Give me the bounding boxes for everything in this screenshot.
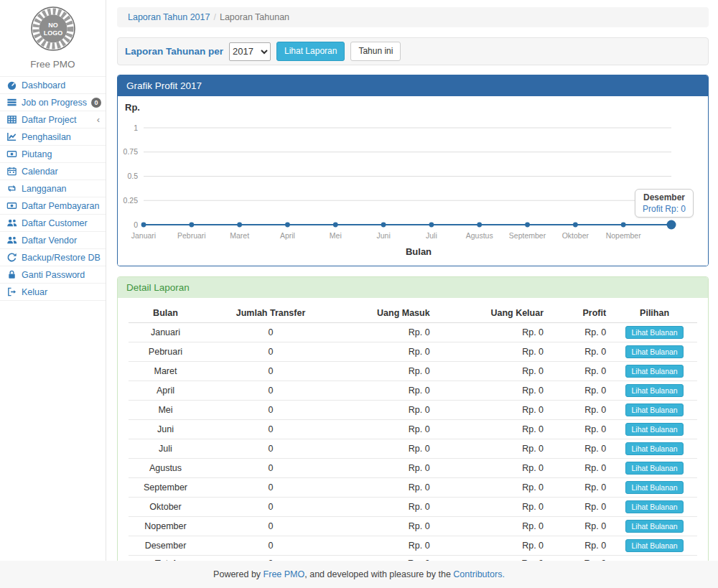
table-cell: 0: [202, 536, 339, 556]
sidebar-item-daftar-project[interactable]: Daftar Project‹: [0, 111, 106, 128]
sidebar-item-dashboard[interactable]: Dashboard: [0, 76, 106, 93]
table-cell: Desember: [129, 536, 202, 556]
contributors-link[interactable]: Contributors.: [453, 569, 505, 579]
lihat-bulanan-button[interactable]: Lihat Bulanan: [625, 326, 683, 339]
data-point-januari[interactable]: [141, 223, 146, 228]
sidebar-item-label: Penghasilan: [22, 132, 71, 142]
sidebar-item-daftar-pembayaran[interactable]: Daftar Pembayaran: [0, 197, 106, 214]
sidebar-item-label: Langganan: [22, 184, 67, 194]
sidebar-item-daftar-vendor[interactable]: Daftar Vendor: [0, 231, 106, 248]
lihat-bulanan-button[interactable]: Lihat Bulanan: [625, 442, 683, 455]
table-row: Agustus0Rp. 0Rp. 0Rp. 0Lihat Bulanan: [129, 459, 697, 478]
table-cell: Agustus: [129, 459, 202, 478]
lihat-bulanan-button[interactable]: Lihat Bulanan: [625, 481, 683, 494]
lihat-bulanan-button[interactable]: Lihat Bulanan: [625, 365, 683, 378]
table-cell: Nopember: [129, 517, 202, 536]
data-point-mei[interactable]: [333, 223, 338, 228]
table-cell: Mei: [129, 401, 202, 420]
data-point-juni[interactable]: [381, 223, 386, 228]
year-select[interactable]: 2017: [229, 42, 271, 61]
table-cell: Rp. 0: [339, 517, 436, 536]
table-cell: 0: [202, 381, 339, 401]
free-pmo-link[interactable]: Free PMO: [264, 569, 305, 579]
x-tick-label: April: [280, 231, 295, 240]
table-cell: Juni: [129, 420, 202, 439]
calendar-icon: [6, 166, 17, 177]
sidebar-item-keluar[interactable]: Keluar: [0, 283, 106, 301]
data-point-agustus[interactable]: [477, 223, 482, 228]
content-wrapper: NO LOGO Free PMO DashboardJob on Progres…: [0, 0, 718, 561]
sidebar-item-langganan[interactable]: Langganan: [0, 179, 106, 197]
data-point-april[interactable]: [285, 223, 290, 228]
lihat-bulanan-button[interactable]: Lihat Bulanan: [625, 384, 683, 397]
footer-text-middle: , and developed with pleasure by the: [304, 569, 453, 579]
lihat-bulanan-button[interactable]: Lihat Bulanan: [625, 403, 683, 416]
logo: NO LOGO Free PMO: [0, 0, 106, 76]
x-axis-label: Bulan: [406, 246, 432, 257]
table-cell: Rp. 0: [549, 498, 612, 517]
table-cell: Januari: [129, 323, 202, 342]
money-icon: [6, 200, 17, 211]
sidebar-item-label: Daftar Vendor: [22, 235, 77, 246]
table-row: Desember0Rp. 0Rp. 0Rp. 0Lihat Bulanan: [129, 536, 697, 556]
table-cell: Rp. 0: [339, 401, 436, 420]
sign-out-icon: [6, 286, 17, 297]
dashboard-icon: [6, 80, 17, 90]
lihat-bulanan-button[interactable]: Lihat Bulanan: [625, 500, 683, 513]
table-cell: Rp. 0: [549, 439, 612, 459]
footer-text: Powered by: [213, 569, 263, 579]
table-row: Pebruari0Rp. 0Rp. 0Rp. 0Lihat Bulanan: [129, 342, 697, 362]
data-point-oktober[interactable]: [573, 223, 578, 228]
sidebar-item-label: Calendar: [22, 167, 58, 177]
lihat-laporan-button[interactable]: Lihat Laporan: [276, 42, 345, 61]
sidebar-item-ganti-password[interactable]: Ganti Password: [0, 266, 106, 283]
table-cell: Rp. 0: [339, 420, 436, 439]
table-cell: Rp. 0: [339, 478, 436, 498]
table-cell: Rp. 0: [436, 478, 549, 498]
lihat-bulanan-button[interactable]: Lihat Bulanan: [625, 520, 683, 533]
table-row: September0Rp. 0Rp. 0Rp. 0Lihat Bulanan: [129, 478, 697, 498]
column-header: Profit: [549, 304, 612, 323]
x-tick-label: Juni: [376, 231, 390, 240]
data-point-juli[interactable]: [429, 223, 434, 228]
detail-panel-title: Detail Laporan: [118, 277, 708, 298]
sidebar-item-calendar[interactable]: Calendar: [0, 162, 106, 179]
y-tick-label: 0: [134, 220, 138, 229]
tooltip-title: Desember: [643, 192, 686, 202]
chart-panel: Grafik Profit 2017 Rp.00.250.50.751Janua…: [117, 75, 709, 266]
lihat-bulanan-button[interactable]: Lihat Bulanan: [625, 539, 683, 552]
data-point-desember[interactable]: [667, 220, 676, 230]
sidebar-item-label: Job on Progress: [22, 98, 87, 108]
sidebar-item-job-on-progress[interactable]: Job on Progress0: [0, 93, 106, 111]
breadcrumb-link[interactable]: Laporan Tahun 2017: [128, 12, 210, 22]
sidebar-item-backup-restore-db[interactable]: Backup/Restore DB: [0, 248, 106, 266]
sidebar-item-penghasilan[interactable]: Penghasilan: [0, 128, 106, 145]
no-logo-icon: NO LOGO: [30, 6, 76, 52]
tahun-ini-button[interactable]: Tahun ini: [350, 42, 401, 61]
sidebar-item-daftar-customer[interactable]: Daftar Customer: [0, 214, 106, 231]
table-cell: Rp. 0: [339, 362, 436, 381]
lihat-bulanan-button[interactable]: Lihat Bulanan: [625, 345, 683, 358]
line-chart-icon: [6, 131, 17, 142]
x-tick-label: September: [509, 231, 546, 240]
table-cell: 0: [202, 362, 339, 381]
table-cell: Rp. 0: [549, 517, 612, 536]
detail-panel: Detail Laporan BulanJumlah TransferUang …: [117, 276, 709, 582]
data-point-pebruari[interactable]: [189, 223, 194, 228]
y-axis-label: Rp.: [125, 102, 140, 113]
y-tick-label: 1: [134, 123, 138, 132]
table-cell: Rp. 0: [339, 439, 436, 459]
table-cell: Rp. 0: [436, 459, 549, 478]
table-cell: Rp. 0: [549, 420, 612, 439]
x-tick-label: Maret: [230, 231, 249, 240]
lihat-bulanan-button[interactable]: Lihat Bulanan: [625, 462, 683, 475]
table-cell: Oktober: [129, 498, 202, 517]
app-window: NO LOGO Free PMO DashboardJob on Progres…: [0, 0, 718, 588]
lihat-bulanan-button[interactable]: Lihat Bulanan: [625, 423, 683, 436]
lock-icon: [6, 269, 17, 280]
data-point-maret[interactable]: [237, 223, 242, 228]
data-point-september[interactable]: [525, 223, 530, 228]
sidebar-item-piutang[interactable]: Piutang: [0, 145, 106, 162]
sidebar-item-label: Piutang: [22, 149, 52, 159]
data-point-nopember[interactable]: [621, 223, 626, 228]
